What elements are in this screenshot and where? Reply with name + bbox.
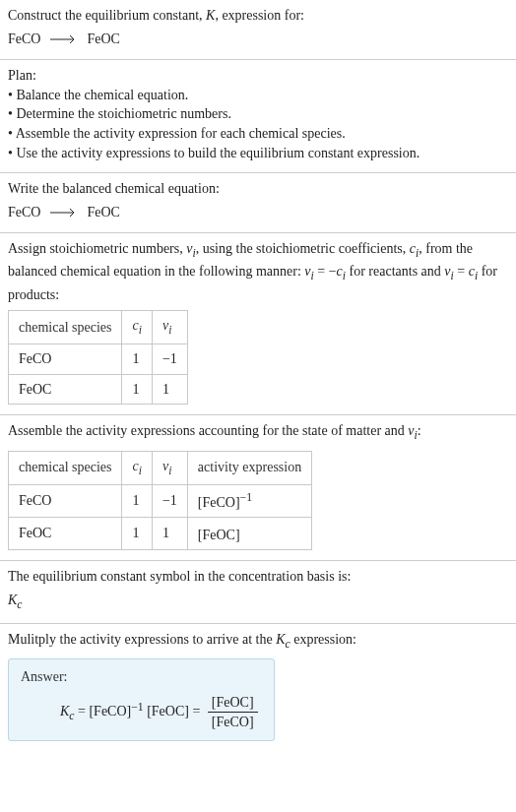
K: K: [60, 704, 69, 718]
txt: , using the stoichiometric coefficients,: [196, 241, 410, 256]
K: K: [8, 593, 17, 607]
plan-b3: • Assemble the activity expression for e…: [8, 124, 508, 144]
assemble-section: Assemble the activity expressions accoun…: [0, 415, 516, 561]
cell-species: FeCO: [9, 484, 122, 517]
cell-species: FeCO: [9, 344, 122, 375]
intro-product: FeOC: [87, 31, 119, 46]
intro-section: Construct the equilibrium constant, K, e…: [0, 0, 516, 60]
balanced-equation: FeCO FeOC: [8, 203, 508, 223]
activity-table: chemical species ci νi activity expressi…: [8, 451, 312, 551]
txt: =: [454, 264, 469, 279]
col-nu: νi: [152, 311, 187, 344]
assign-para: Assign stoichiometric numbers, νi, using…: [8, 239, 508, 304]
cell-activity: [FeOC]: [187, 517, 311, 549]
answer-box: Answer: Kc = [FeCO]−1 [FeOC] = [FeOC][Fe…: [8, 658, 275, 741]
txt: expression:: [290, 632, 356, 647]
symbol-line: The equilibrium constant symbol in the c…: [8, 567, 508, 587]
K: K: [276, 632, 285, 647]
intro-K: K: [206, 8, 215, 23]
cell-c: 1: [122, 374, 152, 405]
txt: Mulitply the activity expressions to arr…: [8, 632, 276, 647]
sub-i: i: [168, 464, 171, 476]
multiply-section: Mulitply the activity expressions to arr…: [0, 624, 516, 751]
plan-section: Plan: • Balance the chemical equation. •…: [0, 60, 516, 173]
arrow-icon: [50, 204, 78, 223]
assemble-para: Assemble the activity expressions accoun…: [8, 421, 508, 444]
col-c: ci: [122, 311, 152, 344]
col-nu: νi: [152, 451, 187, 484]
cell-nu: −1: [152, 484, 187, 517]
eq: =: [189, 704, 204, 718]
intro-equation: FeCO FeOC: [8, 30, 508, 50]
col-species: chemical species: [9, 311, 122, 344]
txt: Assemble the activity expressions accoun…: [8, 423, 408, 438]
cell-c: 1: [122, 517, 152, 549]
table-row: FeOC 1 1: [9, 374, 188, 405]
plan-b1: • Balance the chemical equation.: [8, 86, 508, 105]
sub-i: i: [139, 324, 142, 337]
table-row: FeCO 1 −1: [9, 344, 188, 375]
intro-line: Construct the equilibrium constant, K, e…: [8, 6, 508, 26]
intro-text-a: Construct the equilibrium constant,: [8, 8, 206, 23]
plan-b4: • Use the activity expressions to build …: [8, 144, 508, 163]
table-header-row: chemical species ci νi: [9, 311, 188, 344]
eq: =: [75, 704, 90, 718]
table-row: FeCO 1 −1 [FeCO]−1: [9, 484, 312, 517]
balanced-product: FeOC: [87, 205, 119, 219]
intro-text-b: , expression for:: [215, 8, 304, 23]
multiply-line: Mulitply the activity expressions to arr…: [8, 630, 508, 653]
intro-reactant: FeCO: [8, 31, 40, 46]
table-header-row: chemical species ci νi activity expressi…: [9, 451, 312, 484]
balanced-section: Write the balanced chemical equation: Fe…: [0, 173, 516, 233]
sub-c: c: [17, 598, 22, 611]
sub-i: i: [139, 464, 142, 476]
cell-nu: −1: [152, 344, 187, 375]
col-c: ci: [122, 451, 152, 484]
col-activity: activity expression: [187, 451, 311, 484]
answer-label: Answer:: [21, 667, 262, 687]
act-exp: −1: [240, 491, 252, 504]
fraction-den: [FeCO]: [208, 713, 258, 732]
symbol-Kc: Kc: [8, 591, 508, 613]
txt: :: [418, 423, 421, 438]
plan-b2: • Determine the stoichiometric numbers.: [8, 104, 508, 124]
txt: for reactants and: [346, 264, 444, 279]
answer-expression: Kc = [FeCO]−1 [FeOC] = [FeOC][FeCO]: [21, 693, 262, 732]
balanced-heading: Write the balanced chemical equation:: [8, 179, 508, 199]
sub-i: i: [168, 324, 171, 337]
term2: [FeOC]: [147, 704, 189, 718]
txt: = −: [314, 264, 337, 279]
cell-species: FeOC: [9, 374, 122, 405]
stoich-table: chemical species ci νi FeCO 1 −1 FeOC 1 …: [8, 310, 188, 405]
cell-species: FeOC: [9, 517, 122, 549]
term1-exp: −1: [131, 700, 143, 713]
plan-heading: Plan:: [8, 66, 508, 86]
fraction-num: [FeOC]: [208, 693, 258, 714]
cell-nu: 1: [152, 517, 187, 549]
balanced-reactant: FeCO: [8, 205, 40, 219]
cell-c: 1: [122, 344, 152, 375]
assign-section: Assign stoichiometric numbers, νi, using…: [0, 233, 516, 415]
col-species: chemical species: [9, 451, 122, 484]
fraction: [FeOC][FeCO]: [208, 693, 258, 732]
symbol-section: The equilibrium constant symbol in the c…: [0, 561, 516, 624]
cell-nu: 1: [152, 374, 187, 405]
txt: Assign stoichiometric numbers,: [8, 241, 186, 256]
table-row: FeOC 1 1 [FeOC]: [9, 517, 312, 549]
term1: [FeCO]: [89, 704, 131, 718]
arrow-icon: [50, 31, 78, 50]
cell-activity: [FeCO]−1: [187, 484, 311, 517]
act-base: [FeOC]: [198, 528, 240, 542]
cell-c: 1: [122, 484, 152, 517]
act-base: [FeCO]: [198, 494, 240, 509]
